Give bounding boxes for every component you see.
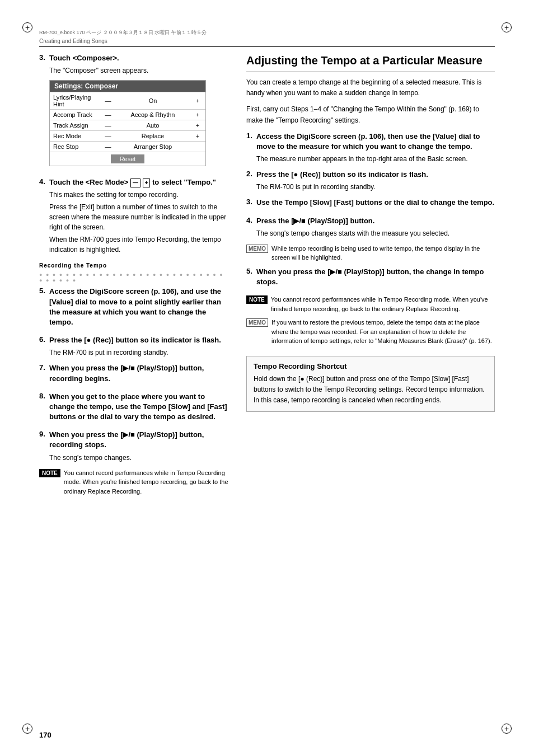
step-8-title: When you get to the place where you want…	[49, 392, 229, 422]
right-note-box: NOTE You cannot record performances whil…	[246, 295, 495, 313]
settings-value-track: Auto	[113, 122, 193, 129]
right-step-1-content: Access the DigiScore screen (p. 106), th…	[256, 132, 495, 164]
step-4: 4. Touch the <Rec Mode> — + to select "T…	[39, 177, 229, 255]
settings-label-track: Track Assign	[53, 122, 104, 129]
right-step-4-title: Press the [▶/■ (Play/Stop)] button.	[256, 216, 495, 226]
right-step-3-number: 3.	[246, 198, 256, 206]
shortcut-text: Hold down the [● (Rec)] button and press…	[254, 374, 488, 406]
left-note-label: NOTE	[39, 469, 60, 477]
settings-plus-accomp[interactable]: +	[193, 111, 202, 118]
step-7-title: When you press the [▶/■ (Play/Stop)] but…	[49, 363, 229, 383]
right-step-1-title: Access the DigiScore screen (p. 106), th…	[256, 132, 495, 152]
settings-plus-lyrics[interactable]: +	[193, 97, 202, 104]
step-3-title: Touch <Composer>.	[49, 53, 229, 63]
right-step-1: 1. Access the DigiScore screen (p. 106),…	[246, 132, 495, 164]
page-content: 3. Touch <Composer>. The "Composer" scre…	[39, 53, 495, 717]
step-8-number: 8.	[39, 392, 49, 400]
settings-value-recstop: Arranger Stop	[113, 143, 193, 150]
settings-minus-recstop[interactable]: —	[104, 143, 113, 150]
settings-label-lyrics: Lyrics/Playing Hint	[53, 94, 104, 107]
step-3-content: Touch <Composer>. The "Composer" screen …	[49, 53, 229, 172]
right-step-5-content: When you press the [▶/■ (Play/Stop)] but…	[256, 267, 495, 289]
settings-value-recmode: Replace	[113, 133, 193, 139]
right-memo2-label: MEMO	[246, 318, 268, 327]
page: RM-700_e.book 170 ページ ２００９年３月１８日 水曜日 午前１…	[0, 0, 534, 756]
reg-mark-tr	[502, 22, 512, 32]
right-memo1-label: MEMO	[246, 245, 268, 253]
plus-icon[interactable]: +	[143, 179, 151, 187]
settings-title: Settings: Composer	[50, 81, 205, 92]
right-step-2: 2. Press the [● (Rec)] button so its ind…	[246, 170, 495, 192]
settings-plus-recmode[interactable]: +	[193, 133, 202, 139]
left-column: 3. Touch <Composer>. The "Composer" scre…	[39, 53, 229, 500]
print-info: RM-700_e.book 170 ページ ２００９年３月１８日 水曜日 午前１…	[39, 29, 207, 36]
right-step-1-number: 1.	[246, 132, 256, 140]
step-5-title: Access the DigiScore screen (p. 106), an…	[49, 287, 229, 327]
step-8-content: When you get to the place where you want…	[49, 392, 229, 425]
right-memo2-box: MEMO If you want to restore the previous…	[246, 318, 495, 346]
step-4-title-text: Touch the <Rec Mode>	[49, 178, 130, 186]
step-4-title-end: to select "Tempo."	[150, 178, 216, 186]
reg-mark-br	[502, 724, 512, 734]
settings-label-recmode: Rec Mode	[53, 133, 104, 139]
right-intro1: You can create a tempo change at the beg…	[246, 77, 495, 98]
right-intro2: First, carry out Steps 1–4 of "Changing …	[246, 104, 495, 125]
shortcut-title: Tempo Recording Shortcut	[254, 362, 488, 370]
step-6: 6. Press the [● (Rec)] button so its ind…	[39, 335, 229, 358]
settings-row-track: Track Assign — Auto +	[50, 120, 205, 130]
two-column-layout: 3. Touch <Composer>. The "Composer" scre…	[39, 53, 495, 500]
step-3: 3. Touch <Composer>. The "Composer" scre…	[39, 53, 229, 172]
step-9: 9. When you press the [▶/■ (Play/Stop)] …	[39, 430, 229, 462]
settings-row-recmode: Rec Mode — Replace +	[50, 130, 205, 141]
step-4-sub2: When the RM-700 goes into Tempo Recordin…	[49, 234, 229, 255]
right-step-5-title: When you press the [▶/■ (Play/Stop)] but…	[256, 267, 495, 287]
right-step-3-title: Use the Tempo [Slow] [Fast] buttons or t…	[256, 198, 495, 208]
right-step-4: 4. Press the [▶/■ (Play/Stop)] button. T…	[246, 216, 495, 238]
step-9-number: 9.	[39, 430, 49, 438]
right-step-5-number: 5.	[246, 267, 256, 275]
step-9-desc: The song's tempo changes.	[49, 453, 229, 463]
settings-minus-accomp[interactable]: —	[104, 111, 113, 118]
settings-minus-track[interactable]: —	[104, 122, 113, 129]
settings-row-recstop: Rec Stop — Arranger Stop	[50, 141, 205, 152]
shortcut-box: Tempo Recording Shortcut Hold down the […	[246, 356, 495, 412]
right-step-2-title: Press the [● (Rec)] button so its indica…	[256, 170, 495, 180]
reg-mark-tl	[22, 22, 32, 32]
step-9-title: When you press the [▶/■ (Play/Stop)] but…	[49, 430, 229, 450]
step-4-title: Touch the <Rec Mode> — + to select "Temp…	[49, 177, 229, 187]
recording-tempo-heading: Recording the Tempo	[39, 262, 229, 269]
settings-value-lyrics: On	[113, 97, 193, 104]
settings-minus-lyrics[interactable]: —	[104, 97, 113, 104]
settings-row-accomp: Accomp Track — Accop & Rhythn +	[50, 109, 205, 120]
step-5-content: Access the DigiScore screen (p. 106), an…	[49, 287, 229, 330]
right-step-5: 5. When you press the [▶/■ (Play/Stop)] …	[246, 267, 495, 289]
right-step-3-content: Use the Tempo [Slow] [Fast] buttons or t…	[256, 198, 495, 210]
right-step-2-number: 2.	[246, 170, 256, 178]
reset-button[interactable]: Reset	[111, 154, 145, 163]
step-6-number: 6.	[39, 335, 49, 344]
minus-icon[interactable]: —	[130, 179, 140, 187]
step-4-sub1: Press the [Exit] button a number of time…	[49, 202, 229, 232]
settings-value-accomp: Accop & Rhythn	[113, 111, 193, 118]
step-9-content: When you press the [▶/■ (Play/Stop)] but…	[49, 430, 229, 462]
settings-reset-row: Reset	[50, 152, 205, 166]
step-5-number: 5.	[39, 287, 49, 295]
page-number: 170	[39, 731, 51, 739]
settings-plus-track[interactable]: +	[193, 122, 202, 129]
right-column: Adjusting the Tempo at a Particular Meas…	[246, 53, 495, 500]
step-8: 8. When you get to the place where you w…	[39, 392, 229, 425]
step-4-content: Touch the <Rec Mode> — + to select "Temp…	[49, 177, 229, 255]
settings-minus-recmode[interactable]: —	[104, 133, 113, 139]
step-7-number: 7.	[39, 363, 49, 372]
step-6-title: Press the [● (Rec)] button so its indica…	[49, 335, 229, 345]
step-3-desc: The "Composer" screen appears.	[49, 65, 229, 76]
right-memo2-text: If you want to restore the previous temp…	[271, 318, 495, 346]
right-step-3: 3. Use the Tempo [Slow] [Fast] buttons o…	[246, 198, 495, 210]
right-note-label: NOTE	[246, 295, 268, 304]
right-step-4-content: Press the [▶/■ (Play/Stop)] button. The …	[256, 216, 495, 238]
step-7: 7. When you press the [▶/■ (Play/Stop)] …	[39, 363, 229, 386]
left-note-box: NOTE You cannot record performances whil…	[39, 468, 229, 496]
step-5: 5. Access the DigiScore screen (p. 106),…	[39, 287, 229, 330]
reg-mark-bl	[22, 724, 32, 734]
settings-label-accomp: Accomp Track	[53, 111, 104, 118]
